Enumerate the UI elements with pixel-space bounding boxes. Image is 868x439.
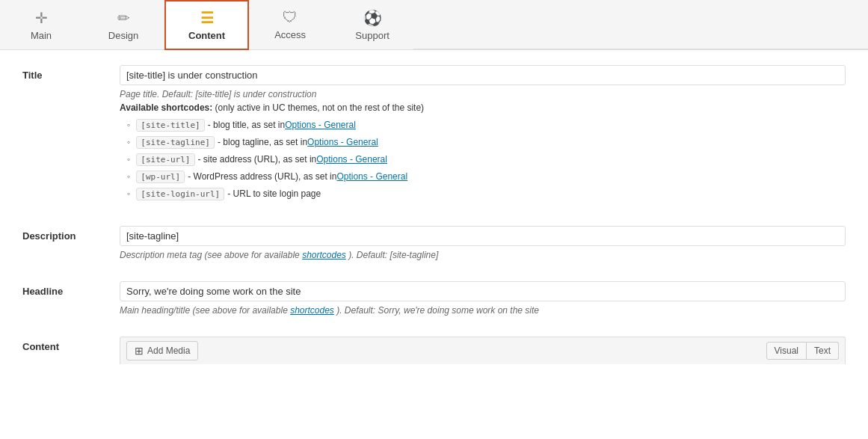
description-label: Description [22,226,120,242]
description-row: Description Description meta tag (see ab… [22,226,846,260]
title-label: Title [22,65,120,81]
headline-row: Headline Main heading/title (see above f… [22,281,846,316]
title-hint: Page title. Default: [site-title] is und… [120,89,846,99]
tabs-bar: ✛ Main ✏ Design ☰ Content 🛡 Access ⚽ Sup… [0,0,868,50]
tag-site-login-url: [site-login-url] [136,188,224,200]
options-general-link-3[interactable]: Options - General [316,154,387,165]
editor-view-buttons: Visual Text [766,342,839,360]
tab-support[interactable]: ⚽ Support [331,0,413,49]
headline-hint-text: Main heading/title (see above for availa… [120,305,290,316]
description-input[interactable] [120,226,846,246]
tab-content[interactable]: ☰ Content [164,0,249,50]
visual-button[interactable]: Visual [766,342,807,360]
content-row: Content ⊞ Add Media Visual Text [22,337,846,364]
shortcode-item-site-title: [site-title] - blog title, as set in Opt… [127,119,846,132]
shortcode-desc-5: - URL to site login page [227,188,321,199]
tag-site-tagline: [site-tagline] [136,136,215,149]
shortcode-desc-2: - blog tagline, as set in [218,137,307,147]
text-button[interactable]: Text [807,342,839,360]
tab-main-label: Main [31,30,52,41]
desc-hint-text: Description meta tag (see above for avai… [120,250,302,260]
headline-shortcodes-link[interactable]: shortcodes [290,305,334,316]
tab-design[interactable]: ✏ Design [82,0,164,49]
headline-hint-end: ). Default: Sorry, we're doing some work… [336,305,539,316]
content-area: Title Page title. Default: [site-title] … [0,50,868,379]
tab-support-label: Support [355,30,390,41]
tab-access[interactable]: 🛡 Access [249,0,331,49]
add-media-icon: ⊞ [135,345,144,357]
add-media-label: Add Media [147,346,190,356]
desc-hint-end: ). Default: [site-tagline] [348,250,438,260]
shortcodes-note: (only active in UC themes, not on the re… [215,102,424,113]
description-hint: Description meta tag (see above for avai… [120,250,846,260]
content-icon: ☰ [200,9,214,27]
headline-fields: Main heading/title (see above for availa… [120,281,846,316]
tab-access-label: Access [274,29,306,40]
support-icon: ⚽ [363,9,382,27]
options-general-link-4[interactable]: Options - General [336,171,407,182]
headline-input[interactable] [120,281,846,301]
headline-label: Headline [22,281,120,297]
headline-hint: Main heading/title (see above for availa… [120,305,846,316]
tab-content-label: Content [188,30,225,41]
title-input[interactable] [120,65,846,85]
shortcode-item-wp-url: [wp-url] - WordPress address (URL), as s… [127,171,846,183]
tab-spacer [413,0,868,49]
tab-main[interactable]: ✛ Main [0,0,82,49]
shortcode-list: [site-title] - blog title, as set in Opt… [120,119,846,200]
shortcodes-strong-label: Available shortcodes: [120,102,212,113]
shortcode-desc-1: - blog title, as set in [208,120,285,130]
description-fields: Description meta tag (see above for avai… [120,226,846,260]
main-icon: ✛ [35,9,48,27]
shortcode-item-site-login-url: [site-login-url] - URL to site login pag… [127,188,846,200]
title-fields: Page title. Default: [site-title] is und… [120,65,846,205]
tag-wp-url: [wp-url] [136,171,185,183]
tag-site-title: [site-title] [136,119,204,132]
shortcode-desc-3: - site address (URL), as set in [198,154,317,165]
options-general-link-2[interactable]: Options - General [307,137,378,147]
shortcode-item-site-url: [site-url] - site address (URL), as set … [127,153,846,166]
editor-area: ⊞ Add Media Visual Text [120,337,846,364]
add-media-button[interactable]: ⊞ Add Media [126,341,198,360]
content-label: Content [22,337,120,352]
page-wrapper: ✛ Main ✏ Design ☰ Content 🛡 Access ⚽ Sup… [0,0,868,439]
editor-toolbar: ⊞ Add Media Visual Text [120,337,846,364]
shortcode-item-site-tagline: [site-tagline] - blog tagline, as set in… [127,136,846,149]
description-shortcodes-link[interactable]: shortcodes [302,250,346,260]
tag-site-url: [site-url] [136,153,194,166]
access-icon: 🛡 [283,9,298,26]
title-row: Title Page title. Default: [site-title] … [22,65,846,205]
shortcode-desc-4: - WordPress address (URL), as set in [188,171,336,182]
design-icon: ✏ [117,9,130,27]
options-general-link-1[interactable]: Options - General [285,120,356,130]
shortcodes-available-label: Available shortcodes: (only active in UC… [120,102,846,113]
tab-design-label: Design [108,30,138,41]
